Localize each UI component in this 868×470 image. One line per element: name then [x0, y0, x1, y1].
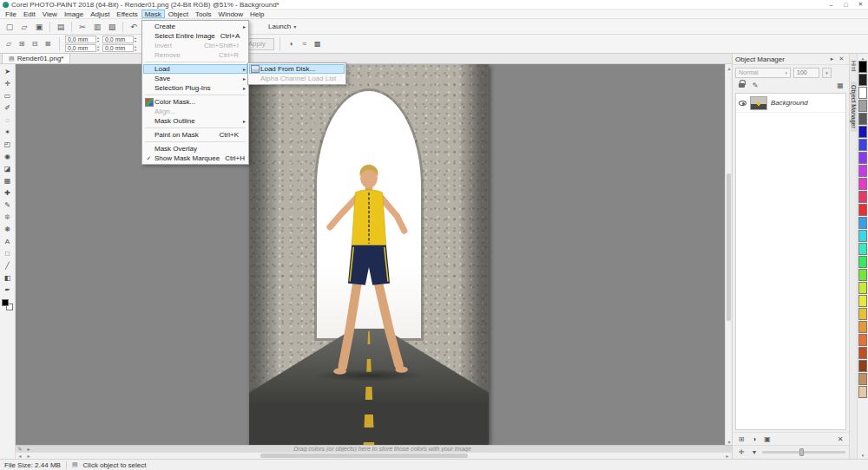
color-swatch[interactable]: [858, 178, 867, 190]
menu-item-paint-on-mask[interactable]: Paint on MaskCtrl+K: [143, 130, 247, 140]
eyedropper-tool[interactable]: ✒: [1, 284, 15, 296]
color-swatch[interactable]: [858, 308, 867, 320]
mask-subtractive-mode-button[interactable]: ⊟: [29, 38, 41, 50]
close-button[interactable]: ✕: [853, 0, 868, 10]
color-swatch[interactable]: [858, 373, 867, 385]
color-swatch[interactable]: [858, 74, 867, 86]
scroll-right-icon[interactable]: ▸: [723, 453, 732, 460]
color-swatch[interactable]: [858, 217, 867, 229]
touch-up-brush-tool[interactable]: ✚: [1, 186, 15, 199]
effect-tool[interactable]: ❊: [1, 211, 15, 223]
minimize-button[interactable]: –: [824, 0, 838, 10]
color-swatch[interactable]: [858, 126, 867, 138]
color-swatch[interactable]: [858, 87, 867, 99]
menu-tools[interactable]: Tools: [192, 10, 215, 18]
color-swatch[interactable]: [858, 321, 867, 333]
docker-tab-hint[interactable]: Hint: [851, 57, 857, 75]
zoom-tool[interactable]: ◉: [1, 150, 15, 162]
menu-item-select-entire-image[interactable]: Select Entire ImageCtrl+A: [143, 31, 247, 41]
spinner-icon[interactable]: ▴▾: [97, 36, 99, 43]
zoom-slider[interactable]: [762, 451, 845, 454]
docker-close-button[interactable]: ✕: [837, 55, 846, 64]
color-swatch[interactable]: [858, 386, 867, 398]
spinner-icon[interactable]: ▴▾: [135, 45, 136, 52]
print-button[interactable]: ▤: [54, 20, 68, 33]
menu-edit[interactable]: Edit: [20, 10, 39, 18]
width-field[interactable]: 0,0 mm: [102, 36, 134, 43]
color-swatch[interactable]: [858, 360, 867, 372]
horizontal-scrollbar[interactable]: ◂ ▸ ▸: [16, 452, 732, 459]
new-lens-button[interactable]: ◑: [749, 434, 760, 444]
menu-item-mask-overlay[interactable]: Mask Overlay: [143, 144, 247, 153]
canvas-area[interactable]: ✎ ▸ Drag colors (or objects) here to sto…: [16, 64, 732, 459]
open-button[interactable]: ▱: [17, 20, 31, 33]
color-swatch[interactable]: [858, 113, 867, 125]
freehand-mask-tool[interactable]: ✐: [1, 101, 15, 114]
thumbnail-options-button[interactable]: ▦: [835, 81, 845, 90]
menu-item-show-mask-marquee[interactable]: ✓Show Mask MarqueeCtrl+H: [143, 153, 247, 163]
foreground-color-swatch[interactable]: [2, 299, 9, 306]
line-tool[interactable]: ╱: [1, 259, 15, 271]
object-row[interactable]: Background: [736, 94, 845, 113]
spinner-icon[interactable]: ▴▾: [97, 45, 99, 52]
menu-file[interactable]: File: [2, 10, 20, 18]
color-swatch[interactable]: [858, 269, 867, 281]
color-swatch[interactable]: [858, 100, 867, 112]
scroll-thumb[interactable]: [727, 173, 731, 320]
maximize-button[interactable]: □: [838, 0, 853, 10]
menu-item-save[interactable]: Save▸: [143, 74, 247, 83]
scroll-track[interactable]: [33, 453, 723, 459]
cut-button[interactable]: ✂: [76, 20, 89, 33]
fill-tool[interactable]: ◧: [1, 271, 15, 284]
menu-item-load-from-disk[interactable]: Load From Disk...: [249, 64, 345, 74]
lock-transparency-toggle[interactable]: [736, 81, 746, 90]
eraser-tool[interactable]: ◪: [1, 162, 15, 174]
menu-window[interactable]: Window: [215, 10, 247, 18]
menu-item-mask-outline[interactable]: Mask Outline▸: [143, 116, 247, 126]
menu-item-selection-plug-ins[interactable]: Selection Plug-Ins▸: [143, 83, 247, 93]
color-swatch[interactable]: [858, 139, 867, 151]
color-swatch[interactable]: [858, 256, 867, 268]
create-clip-mask-button[interactable]: ▣: [762, 434, 773, 444]
mask-xor-mode-button[interactable]: ⊠: [42, 38, 54, 50]
color-swatch[interactable]: [858, 334, 867, 346]
menu-view[interactable]: View: [39, 10, 61, 18]
color-swatch[interactable]: [858, 347, 867, 359]
scroll-right-icon[interactable]: ▸: [24, 453, 33, 460]
pick-tool[interactable]: ➤: [1, 65, 15, 77]
save-button[interactable]: ▣: [32, 20, 46, 33]
scroll-track[interactable]: [726, 71, 732, 438]
color-swatch[interactable]: [858, 295, 867, 307]
color-swatch[interactable]: [858, 243, 867, 255]
clone-tool[interactable]: ▦: [1, 174, 15, 186]
undo-button[interactable]: ↶: [127, 20, 141, 33]
blend-mode-select[interactable]: Normal ▾: [735, 68, 791, 78]
menu-item-create[interactable]: Create▸: [143, 22, 247, 31]
palette-scroll-down-icon[interactable]: ▾: [858, 452, 868, 458]
mask-normal-mode-button[interactable]: ▱: [3, 38, 15, 50]
image-sprayer-tool[interactable]: ❋: [1, 223, 15, 235]
slider-thumb[interactable]: [799, 448, 804, 456]
position-x-field[interactable]: 0,0 mm: [65, 36, 96, 43]
add-button[interactable]: ✛: [736, 447, 746, 457]
flyout-button[interactable]: ▾: [749, 447, 760, 457]
launch-button[interactable]: Launch ▾: [262, 20, 302, 33]
color-swatch[interactable]: [858, 191, 867, 203]
color-swatch[interactable]: [858, 204, 867, 216]
mask-additive-mode-button[interactable]: ⊞: [16, 38, 28, 50]
menu-mask[interactable]: Mask: [141, 10, 165, 18]
docker-tab-object-manager[interactable]: Object Manager: [851, 82, 857, 132]
menu-object[interactable]: Object: [165, 10, 192, 18]
color-control[interactable]: [2, 299, 13, 310]
color-swatch[interactable]: [858, 282, 867, 294]
document-image[interactable]: [249, 64, 489, 445]
paint-tool[interactable]: ✎: [1, 199, 15, 211]
menu-item-load[interactable]: Load▸: [143, 64, 247, 74]
menu-help[interactable]: Help: [247, 10, 267, 18]
anti-aliasing-toggle[interactable]: ◖: [286, 38, 298, 50]
height-field[interactable]: 0,0 mm: [102, 44, 134, 52]
delete-object-button[interactable]: ✕: [835, 434, 845, 444]
mask-transform-tool[interactable]: ✛: [1, 77, 15, 89]
color-swatch[interactable]: [858, 61, 867, 73]
document-tab[interactable]: ▤ Render01.png*: [2, 53, 70, 63]
